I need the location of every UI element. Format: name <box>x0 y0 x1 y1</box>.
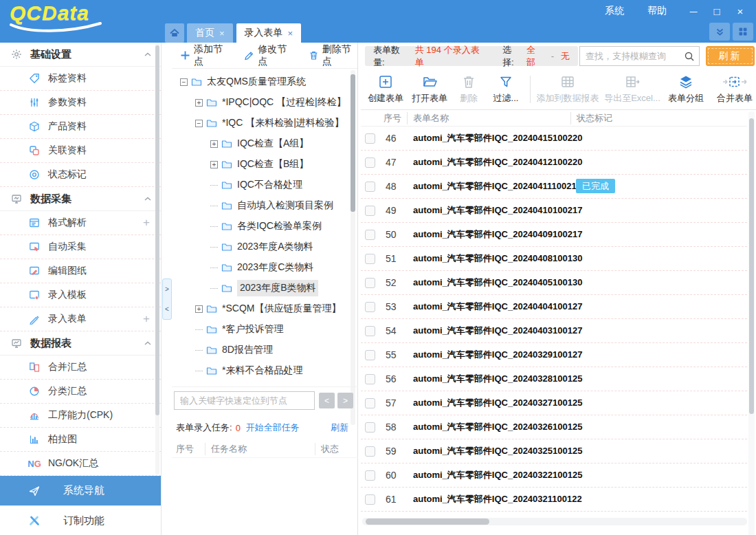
tab-1[interactable]: 录入表单 × <box>236 23 302 43</box>
table-horizontal-scrollbar[interactable] <box>362 518 747 525</box>
start-all-tasks-link[interactable]: 开始全部任务 <box>246 422 300 434</box>
tree-node-0[interactable]: − 太友QMS质量管理系统 <box>180 72 349 92</box>
table-row[interactable]: 46 automi_汽车零部件IQC_20240415100220 <box>361 127 747 151</box>
close-button[interactable]: × <box>729 2 752 20</box>
sidebar-section-1[interactable]: 数据采集 <box>0 187 161 211</box>
sidebar-item[interactable]: 编辑图纸 <box>0 259 161 283</box>
table-row[interactable]: 48 automi_汽车零部件IQC_20240411100217 已完成 <box>361 175 747 199</box>
tree-toolbar-button-2[interactable]: 删除节点 <box>309 43 357 68</box>
tree-expander-icon[interactable]: + <box>195 99 203 107</box>
table-row[interactable]: 59 automi_汽车零部件IQC_20240325100125 <box>361 439 747 463</box>
tab-0[interactable]: 首页 × <box>187 23 233 43</box>
sidebar-item[interactable]: 关联资料 <box>0 139 161 163</box>
select-none-link[interactable]: 无 <box>561 50 570 63</box>
table-row[interactable]: 55 automi_汽车零部件IQC_20240329100127 <box>361 343 747 367</box>
table-row[interactable]: 52 automi_汽车零部件IQC_20240405100130 <box>361 271 747 295</box>
tree-node-6[interactable]: 自动填入检测项目案例 <box>210 195 349 216</box>
table-vertical-scrollbar[interactable] <box>748 111 755 535</box>
tree-expander-icon[interactable]: + <box>210 161 218 168</box>
sidebar-footer-nav[interactable]: 系统导航 <box>0 476 161 505</box>
find-next-button[interactable]: > <box>337 393 353 408</box>
sidebar-item[interactable]: 参数资料 <box>0 91 161 115</box>
tree-expander-icon[interactable]: + <box>195 305 203 313</box>
row-checkbox[interactable] <box>365 446 375 457</box>
table-row[interactable]: 60 automi_汽车零部件IQC_20240322100125 <box>361 463 747 488</box>
table-row[interactable]: 53 automi_汽车零部件IQC_20240404100127 <box>361 295 747 319</box>
table-row[interactable]: 61 automi_汽车零部件IQC_20240321100122 <box>361 488 747 512</box>
tree-node-9[interactable]: 2023年度C类物料 <box>210 257 349 278</box>
sidebar-section-0[interactable]: 基础设置 <box>0 43 161 67</box>
row-checkbox[interactable] <box>365 182 375 192</box>
tree-expander-icon[interactable]: + <box>210 140 218 148</box>
tree-node-10[interactable]: 2023年度B类物料 <box>210 278 349 298</box>
sidebar-item[interactable]: 自动采集 <box>0 235 161 259</box>
sidebar-item[interactable]: 合并汇总 <box>0 356 161 380</box>
add-icon[interactable]: + <box>143 216 150 230</box>
table-row[interactable]: 57 automi_汽车零部件IQC_20240327100125 <box>361 391 747 415</box>
sidebar-item[interactable]: 录入模板 <box>0 283 161 307</box>
sidebar-footer-custom[interactable]: 订制功能 <box>0 505 161 535</box>
toolbar-form-add-button[interactable]: 创建表单 <box>364 71 408 108</box>
tree-expander-icon[interactable]: − <box>180 78 188 86</box>
row-checkbox[interactable] <box>365 302 375 312</box>
row-checkbox[interactable] <box>365 278 375 288</box>
tree-node-7[interactable]: 各类IQC检验单案例 <box>210 216 349 237</box>
tab-close-icon[interactable]: × <box>288 28 293 39</box>
search-icon[interactable] <box>684 51 695 62</box>
table-row[interactable]: 50 automi_汽车零部件IQC_20240409100217 <box>361 223 747 247</box>
row-checkbox[interactable] <box>365 374 375 384</box>
tree-node-4[interactable]: + IQC检查【B组】 <box>210 154 349 175</box>
menu-system[interactable]: 系统 <box>605 5 624 17</box>
row-checkbox[interactable] <box>365 350 375 360</box>
form-search-input[interactable] <box>580 51 684 61</box>
panel-collapse-handle[interactable]: > < <box>162 279 172 320</box>
toolbar-folder-open-button[interactable]: 打开表单 <box>408 71 452 108</box>
tree-node-12[interactable]: *客户投诉管理 <box>195 319 349 340</box>
tree-node-2[interactable]: − *IQC 【来料检验|进料检验】 <box>195 113 349 133</box>
sidebar-item[interactable]: 工序能力(CPK) <box>0 404 161 428</box>
refresh-button[interactable]: 刷新 <box>706 46 755 66</box>
tab-close-icon[interactable]: × <box>219 28 225 39</box>
tree-toolbar-button-0[interactable]: 添加节点 <box>180 43 229 68</box>
row-checkbox[interactable] <box>365 470 375 481</box>
table-row[interactable]: 47 automi_汽车零部件IQC_20240412100220 <box>361 151 747 175</box>
tab-grid-button[interactable] <box>733 23 753 41</box>
tree-node-11[interactable]: + *SCQM【供应链质量管理】 <box>195 298 349 319</box>
row-checkbox[interactable] <box>365 157 375 168</box>
tree-scrollbar[interactable] <box>351 70 355 425</box>
toolbar-merge-form-button[interactable]: 合并表单 <box>708 71 756 108</box>
collapse-tabs-button[interactable] <box>709 23 730 41</box>
toolbar-layers-button[interactable]: 表单分组 <box>664 71 708 108</box>
sidebar-item[interactable]: 柏拉图 <box>0 428 161 452</box>
sidebar-section-2[interactable]: 数据报表 <box>0 331 161 356</box>
table-row[interactable]: 56 automi_汽车零部件IQC_20240328100125 <box>361 367 747 391</box>
tree-toolbar-button-1[interactable]: 修改节点 <box>244 43 293 68</box>
tree-expander-icon[interactable]: − <box>195 120 203 127</box>
row-checkbox[interactable] <box>365 133 375 144</box>
sidebar-item[interactable]: 状态标记 <box>0 163 161 187</box>
tree-node-15[interactable] <box>195 381 349 385</box>
tree-node-5[interactable]: IQC不合格处理 <box>210 175 349 195</box>
sidebar-item[interactable]: 标签资料 <box>0 67 161 91</box>
sidebar-item[interactable]: 录入表单 + <box>0 307 161 331</box>
table-row[interactable]: 51 automi_汽车零部件IQC_20240408100130 <box>361 247 747 271</box>
row-checkbox[interactable] <box>365 398 375 408</box>
sidebar-item[interactable]: 产品资料 <box>0 115 161 139</box>
table-row[interactable]: 58 automi_汽车零部件IQC_20240326100125 <box>361 415 747 439</box>
sidebar-scrollbar[interactable] <box>155 43 159 474</box>
table-row[interactable]: 49 automi_汽车零部件IQC_20240410100217 <box>361 199 747 223</box>
tree-node-3[interactable]: + IQC检查【A组】 <box>210 133 349 154</box>
row-checkbox[interactable] <box>365 422 375 433</box>
tree-search-input[interactable] <box>174 391 315 410</box>
row-checkbox[interactable] <box>365 230 375 240</box>
tasks-refresh-link[interactable]: 刷新 <box>331 422 348 434</box>
sidebar-item[interactable]: 格式解析 + <box>0 211 161 235</box>
row-checkbox[interactable] <box>365 206 375 216</box>
home-tab-button[interactable] <box>165 23 184 43</box>
sidebar-item[interactable]: NG NG/OK汇总 <box>0 452 161 476</box>
tree-node-1[interactable]: + *IPQC|OQC 【过程检|终检】 <box>195 92 349 113</box>
tree-node-13[interactable]: 8D报告管理 <box>195 340 349 360</box>
row-checkbox[interactable] <box>365 254 375 264</box>
tree-node-14[interactable]: *来料不合格品处理 <box>195 360 349 381</box>
table-row[interactable]: 54 automi_汽车零部件IQC_20240403100127 <box>361 319 747 343</box>
